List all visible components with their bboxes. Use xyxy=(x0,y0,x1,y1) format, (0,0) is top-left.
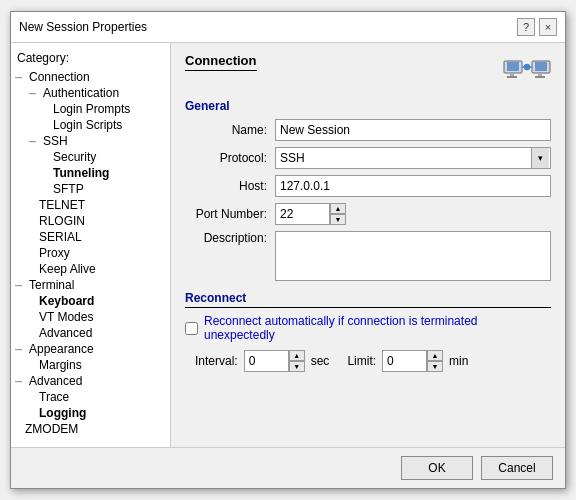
limit-spinner-buttons: ▲ ▼ xyxy=(427,350,443,372)
reconnect-checkbox-row: Reconnect automatically if connection is… xyxy=(185,314,551,342)
tree-label-trace: Trace xyxy=(39,390,69,404)
svg-rect-1 xyxy=(507,62,519,71)
tree-label-advanced-term: Advanced xyxy=(39,326,92,340)
tree-label-rlogin: RLOGIN xyxy=(39,214,85,228)
port-label: Port Number: xyxy=(185,207,275,221)
tree-item-login-scripts[interactable]: Login Scripts xyxy=(15,117,166,133)
host-input[interactable] xyxy=(275,175,551,197)
svg-point-9 xyxy=(524,64,530,70)
tree-item-security[interactable]: Security xyxy=(15,149,166,165)
dialog-title: New Session Properties xyxy=(19,20,147,34)
interval-input[interactable] xyxy=(244,350,289,372)
port-row: Port Number: ▲ ▼ xyxy=(185,203,551,225)
tree-item-proxy[interactable]: Proxy xyxy=(15,245,166,261)
limit-label: Limit: xyxy=(347,354,376,368)
expand-icon-advanced: ─ xyxy=(15,376,29,387)
title-bar: New Session Properties ? × xyxy=(11,12,565,43)
expand-icon-terminal: ─ xyxy=(15,280,29,291)
reconnect-header: Reconnect xyxy=(185,291,551,308)
svg-rect-6 xyxy=(538,73,542,76)
tree-label-keyboard: Keyboard xyxy=(39,294,94,308)
tree-label-vt-modes: VT Modes xyxy=(39,310,93,324)
expand-icon-appearance: ─ xyxy=(15,344,29,355)
reconnect-checkbox[interactable] xyxy=(185,322,198,335)
svg-rect-3 xyxy=(507,76,517,78)
tree-label-telnet: TELNET xyxy=(39,198,85,212)
tree-item-advanced-term[interactable]: Advanced xyxy=(15,325,166,341)
name-input[interactable] xyxy=(275,119,551,141)
protocol-select[interactable]: SSH TELNET RLOGIN SERIAL xyxy=(275,147,551,169)
svg-rect-7 xyxy=(535,76,545,78)
interval-spinner-buttons: ▲ ▼ xyxy=(289,350,305,372)
limit-input[interactable] xyxy=(382,350,427,372)
tree-label-tunneling: Tunneling xyxy=(53,166,109,180)
reconnect-checkbox-label: Reconnect automatically if connection is… xyxy=(204,314,551,342)
tree-item-telnet[interactable]: TELNET xyxy=(15,197,166,213)
host-row: Host: xyxy=(185,175,551,197)
tree-label-sftp: SFTP xyxy=(53,182,84,196)
dialog: New Session Properties ? × Category: ─ C… xyxy=(10,11,566,489)
general-sub-header: General xyxy=(185,99,551,113)
network-icon-area xyxy=(495,53,551,93)
interval-decrement-button[interactable]: ▼ xyxy=(289,361,305,372)
interval-row: Interval: ▲ ▼ sec Limit: ▲ xyxy=(185,350,551,372)
title-bar-buttons: ? × xyxy=(517,18,557,36)
limit-decrement-button[interactable]: ▼ xyxy=(427,361,443,372)
footer: OK Cancel xyxy=(11,447,565,488)
min-label: min xyxy=(449,354,468,368)
sec-label: sec xyxy=(311,354,330,368)
interval-increment-button[interactable]: ▲ xyxy=(289,350,305,361)
tree-label-zmodem: ZMODEM xyxy=(25,422,78,436)
tree-item-vt-modes[interactable]: VT Modes xyxy=(15,309,166,325)
tree-item-trace[interactable]: Trace xyxy=(15,389,166,405)
help-button[interactable]: ? xyxy=(517,18,535,36)
tree-item-appearance[interactable]: ─ Appearance xyxy=(15,341,166,357)
tree-label-proxy: Proxy xyxy=(39,246,70,260)
description-input[interactable] xyxy=(275,231,551,281)
tree-label-advanced: Advanced xyxy=(29,374,82,388)
tree-item-keyboard[interactable]: Keyboard xyxy=(15,293,166,309)
tree-label-authentication: Authentication xyxy=(43,86,119,100)
tree-label-serial: SERIAL xyxy=(39,230,82,244)
tree-item-login-prompts[interactable]: Login Prompts xyxy=(15,101,166,117)
port-decrement-button[interactable]: ▼ xyxy=(330,214,346,225)
port-increment-button[interactable]: ▲ xyxy=(330,203,346,214)
svg-rect-2 xyxy=(510,73,514,76)
section-header-row: Connection xyxy=(185,53,551,93)
tree-item-sftp[interactable]: SFTP xyxy=(15,181,166,197)
expand-icon-ssh: ─ xyxy=(29,136,43,147)
tree-item-keepalive[interactable]: Keep Alive xyxy=(15,261,166,277)
tree-item-tunneling[interactable]: Tunneling xyxy=(15,165,166,181)
connection-header: Connection xyxy=(185,53,257,71)
tree-label-keepalive: Keep Alive xyxy=(39,262,96,276)
tree-item-authentication[interactable]: ─ Authentication xyxy=(15,85,166,101)
tree-item-serial[interactable]: SERIAL xyxy=(15,229,166,245)
protocol-row: Protocol: SSH TELNET RLOGIN SERIAL ▾ xyxy=(185,147,551,169)
tree-item-terminal[interactable]: ─ Terminal xyxy=(15,277,166,293)
cancel-button[interactable]: Cancel xyxy=(481,456,553,480)
description-label: Description: xyxy=(185,231,275,245)
limit-increment-button[interactable]: ▲ xyxy=(427,350,443,361)
port-spinner: ▲ ▼ xyxy=(275,203,346,225)
expand-icon-authentication: ─ xyxy=(29,88,43,99)
name-row: Name: xyxy=(185,119,551,141)
tree-item-rlogin[interactable]: RLOGIN xyxy=(15,213,166,229)
protocol-label: Protocol: xyxy=(185,151,275,165)
tree-item-logging[interactable]: Logging xyxy=(15,405,166,421)
tree-label-login-scripts: Login Scripts xyxy=(53,118,122,132)
tree-item-advanced[interactable]: ─ Advanced xyxy=(15,373,166,389)
close-button[interactable]: × xyxy=(539,18,557,36)
port-input[interactable] xyxy=(275,203,330,225)
tree-label-terminal: Terminal xyxy=(29,278,74,292)
tree-label-ssh: SSH xyxy=(43,134,68,148)
tree-item-ssh[interactable]: ─ SSH xyxy=(15,133,166,149)
tree-label-logging: Logging xyxy=(39,406,86,420)
tree-item-connection[interactable]: ─ Connection xyxy=(15,69,166,85)
tree-label-login-prompts: Login Prompts xyxy=(53,102,130,116)
network-icon xyxy=(503,53,551,93)
tree-label-security: Security xyxy=(53,150,96,164)
tree-item-zmodem[interactable]: ZMODEM xyxy=(15,421,166,437)
port-spinner-buttons: ▲ ▼ xyxy=(330,203,346,225)
ok-button[interactable]: OK xyxy=(401,456,473,480)
tree-item-margins[interactable]: Margins xyxy=(15,357,166,373)
